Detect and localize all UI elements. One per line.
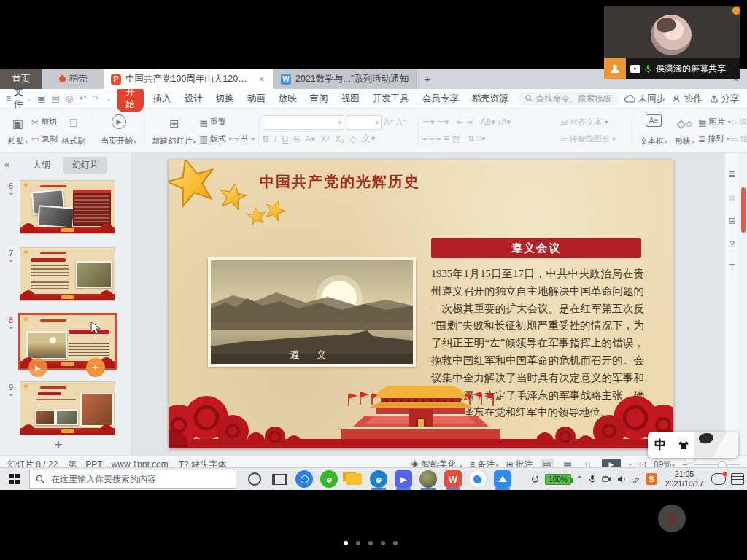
textbox-button[interactable]: A≡ 文本框▾	[636, 114, 671, 147]
add-slide-button[interactable]: +	[0, 438, 117, 453]
increase-indent-icon[interactable]: ⇥	[465, 117, 472, 127]
current-slide[interactable]: 中国共产党的光辉历史 遵 义 遵义会议 1935年1月15日至17日，中共中央政…	[169, 160, 673, 448]
row-spacing-icon[interactable]: ⇅	[468, 134, 474, 144]
action-center-icon[interactable]	[731, 473, 744, 485]
meeting-chat-icon[interactable]	[711, 473, 726, 485]
italic-button[interactable]: I	[274, 134, 276, 144]
taskbar-search-input[interactable]	[50, 473, 206, 485]
align-right-icon[interactable]: ≡	[436, 135, 441, 144]
paste-button[interactable]: ▣ 粘贴▾	[4, 114, 31, 147]
slide-section-banner[interactable]: 遵义会议	[431, 238, 641, 258]
layout-tool-icon[interactable]: ⊞	[728, 216, 735, 226]
picture-button[interactable]: ▦图片▾	[698, 115, 730, 129]
sync-status[interactable]: 未同步	[624, 93, 665, 105]
format-painter-button[interactable]: ⌸ 格式刷	[58, 114, 89, 147]
font-family-select[interactable]: ▾	[263, 115, 344, 130]
dot[interactable]	[368, 541, 373, 545]
distribute-icon[interactable]: ▤	[452, 134, 459, 144]
redo-icon[interactable]: ↷	[92, 93, 99, 104]
canvas-scrollbar[interactable]	[739, 153, 747, 455]
participants-button[interactable]	[604, 58, 626, 79]
tab-home[interactable]: 首页	[0, 69, 42, 89]
zoom-slider[interactable]	[694, 464, 740, 465]
numbered-list-icon[interactable]: ≕▾	[437, 117, 449, 127]
sogou-input-icon[interactable]: S	[646, 473, 657, 485]
menu-review[interactable]: 审阅	[306, 93, 332, 105]
new-slide-button[interactable]: ⊞ 新建幻灯片▾	[148, 114, 199, 147]
quick-add-slide-button[interactable]: +	[86, 358, 105, 377]
cut-button[interactable]: ✂剪切	[31, 115, 58, 129]
taskbar-app-wps[interactable]: W	[441, 468, 465, 490]
ime-mode-chinese[interactable]: 中	[648, 438, 673, 453]
undo-icon[interactable]: ↶	[79, 93, 86, 104]
slide-canvas[interactable]: 中国共产党的光辉历史 遵 义 遵义会议 1935年1月15日至17日，中共中央政…	[132, 153, 724, 455]
tray-camera-icon[interactable]	[602, 475, 612, 483]
new-tab-button[interactable]: +	[417, 69, 438, 89]
dot[interactable]	[356, 541, 360, 545]
preview-icon[interactable]: ◎	[66, 93, 73, 104]
menu-view[interactable]: 视图	[338, 93, 363, 105]
meeting-presenter-overlay[interactable]: ▸ 侯潇涵的屏幕共享	[604, 6, 740, 79]
text-tool-icon[interactable]: T	[729, 262, 735, 273]
taskbar-app-edge[interactable]: e	[366, 468, 391, 490]
align-left-icon[interactable]: ≡	[422, 135, 427, 144]
text-tools-icon[interactable]: 文▾	[362, 133, 376, 145]
font-color-button[interactable]: A▾	[305, 133, 316, 144]
bold-button[interactable]: B	[263, 134, 269, 144]
shapes-button[interactable]: ◇○ 形状▾	[671, 114, 698, 147]
clear-format-icon[interactable]: ◇	[349, 133, 357, 144]
slide-7-thumbnail[interactable]: ★	[20, 247, 115, 301]
ime-toolbar[interactable]: 中	[648, 432, 738, 458]
slide-6-thumbnail[interactable]: ★	[20, 180, 115, 234]
tray-pen-icon[interactable]	[632, 475, 640, 483]
taskbar-app-photo[interactable]	[416, 468, 441, 490]
outline-button[interactable]: ▭轮廓▾	[730, 132, 747, 146]
battery-indicator[interactable]: 100%	[545, 474, 571, 485]
docer-material-icon[interactable]: ☆	[728, 192, 736, 203]
share-button[interactable]: 分享	[710, 93, 739, 105]
menu-devtools[interactable]: 开发工具	[369, 93, 413, 105]
font-size-select[interactable]: ▾	[347, 115, 382, 130]
cortana-button[interactable]	[242, 468, 267, 490]
taskbar-app-classroom[interactable]: ▶	[391, 468, 416, 490]
menu-insert[interactable]: 插入	[150, 93, 175, 105]
fill-button[interactable]: ◇填充▾	[730, 115, 747, 129]
menu-slideshow[interactable]: 放映	[275, 93, 301, 105]
change-case-button[interactable]: AB▾	[481, 117, 495, 127]
copy-button[interactable]: ▭复制	[31, 132, 58, 146]
decrease-font-icon[interactable]: A⁻	[396, 117, 406, 128]
tray-expand-icon[interactable]: ⌃	[576, 475, 583, 484]
tab-docer[interactable]: 稻壳	[42, 69, 104, 89]
tray-mic-icon[interactable]	[588, 474, 597, 484]
menu-membership[interactable]: 会员专享	[419, 93, 462, 105]
layout-button[interactable]: ▥版式▾	[199, 132, 231, 146]
line-spacing-icon[interactable]: ↕A▾	[498, 117, 511, 127]
ime-skin-button[interactable]	[673, 440, 694, 450]
scrollbar-thumb[interactable]	[741, 187, 746, 233]
tab-slides[interactable]: 幻灯片	[63, 157, 107, 174]
taskbar-app-explorer[interactable]	[341, 468, 366, 490]
taskbar-app-clock[interactable]	[292, 468, 317, 490]
taskbar-search[interactable]	[29, 470, 236, 489]
taskbar-clock[interactable]: 21:05 2021/10/17	[662, 470, 706, 489]
reset-button[interactable]: ▦重置	[199, 115, 231, 129]
file-menu[interactable]: ≡ 文件 ⌄	[6, 86, 31, 111]
dot[interactable]	[381, 541, 385, 545]
tab-document-active[interactable]: P 中国共产党100周年山大120周年 ×	[104, 69, 274, 89]
taskbar-app-qq-browser[interactable]	[465, 468, 490, 490]
tab-close-icon[interactable]: ×	[258, 74, 266, 85]
help-icon[interactable]: ?	[729, 239, 735, 249]
menu-docer-resources[interactable]: 稻壳资源	[468, 93, 512, 105]
dot-active[interactable]	[344, 541, 348, 545]
underline-button[interactable]: U	[282, 134, 289, 144]
strikethrough-button[interactable]: S	[294, 134, 300, 144]
tab-outline[interactable]: 大纲	[24, 157, 59, 174]
menu-animation[interactable]: 动画	[244, 93, 269, 105]
tray-speaker-icon[interactable]	[617, 475, 627, 483]
start-button[interactable]	[0, 468, 29, 490]
play-from-current-button[interactable]: ▶ 当页开始▾	[97, 114, 140, 147]
play-slide-button[interactable]: ▶	[28, 358, 47, 377]
taskbar-app-meeting[interactable]	[490, 468, 515, 490]
zunyi-sunset-photo[interactable]: 遵 义	[208, 257, 416, 367]
increase-font-icon[interactable]: A⁺	[384, 117, 394, 128]
